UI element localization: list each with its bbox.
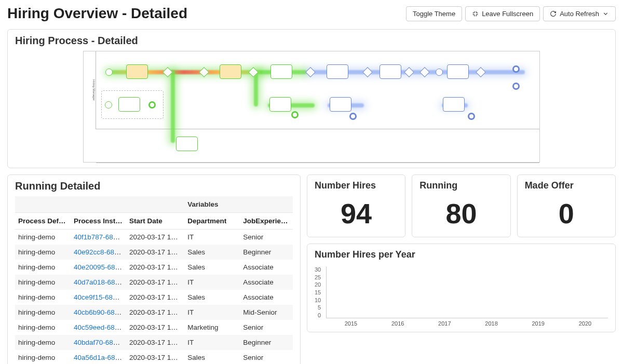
- running-table-title: Running Detailed: [15, 180, 293, 192]
- cell-dept: IT: [184, 230, 240, 245]
- cell-start: 2020-03-17 10:…: [126, 350, 184, 364]
- col-dept[interactable]: Department: [184, 213, 240, 230]
- bpmn-task: [176, 137, 198, 151]
- x-tick: 2019: [520, 320, 557, 327]
- table-row[interactable]: hiring-demo40ce9f15-6865-…2020-03-17 13:…: [15, 290, 293, 305]
- header-actions: Toggle Theme Leave Fullscreen Auto Refre…: [406, 6, 616, 21]
- bpmn-task: [443, 97, 465, 112]
- cell-exp: Beginner: [240, 245, 293, 260]
- cell-instance[interactable]: 40bdaf70-6865-…: [71, 335, 126, 350]
- cell-instance[interactable]: 40ce9f15-6865-…: [71, 290, 126, 305]
- table-group-row: Variables: [15, 196, 293, 213]
- hires-bar-chart: 302520151050: [315, 262, 608, 318]
- auto-refresh-button[interactable]: Auto Refresh: [543, 6, 616, 21]
- chart-y-axis: 302520151050: [315, 266, 323, 318]
- bpmn-task: [330, 97, 351, 112]
- bpmn-diagram[interactable]: Hiring Manager: [83, 51, 540, 163]
- table-row[interactable]: hiring-demo40e92cc8-6865-…2020-03-17 15:…: [15, 245, 293, 260]
- cell-exp: Associate: [240, 260, 293, 275]
- cell-dept: Marketing: [184, 320, 240, 335]
- cell-instance[interactable]: 40c59eed-6865-…: [71, 320, 126, 335]
- col-exp[interactable]: JobExperience: [240, 213, 293, 230]
- chart-x-axis: 201520162017201820192020: [315, 318, 608, 327]
- y-tick: 15: [315, 289, 321, 295]
- cell-defkey: hiring-demo: [15, 335, 71, 350]
- cell-dept: IT: [184, 305, 240, 320]
- cell-start: 2020-03-17 12:…: [126, 305, 184, 320]
- y-tick: 0: [315, 312, 321, 318]
- cell-exp: Senior: [240, 230, 293, 245]
- kpi-running-label: Running: [419, 180, 503, 191]
- table-row[interactable]: hiring-demo40e20095-6865…2020-03-17 14:……: [15, 260, 293, 275]
- running-table-panel: Running Detailed Variables Process Defin…: [7, 174, 301, 364]
- cell-defkey: hiring-demo: [15, 245, 71, 260]
- table-row[interactable]: hiring-demo40d7a018-6865…2020-03-17 14:……: [15, 275, 293, 290]
- cell-instance[interactable]: 40cb6b90-6865-…: [71, 305, 126, 320]
- cell-start: 2020-03-17 15:…: [126, 245, 184, 260]
- cell-exp: Senior: [240, 350, 293, 364]
- cell-dept: IT: [184, 275, 240, 290]
- y-tick: 25: [315, 274, 321, 280]
- cell-instance[interactable]: 40a56d1a-6865-…: [71, 350, 126, 364]
- x-tick: 2018: [472, 320, 510, 327]
- group-header-variables: Variables: [184, 196, 293, 213]
- bpmn-task: [327, 64, 348, 79]
- toggle-theme-button[interactable]: Toggle Theme: [406, 6, 462, 21]
- table-row[interactable]: hiring-demo40f1b787-6865-…2020-03-17 16:…: [15, 230, 293, 245]
- bpmn-task: [269, 97, 291, 112]
- cell-exp: Associate: [240, 275, 293, 290]
- hires-per-year-panel: Number Hires per Year 302520151050 20152…: [307, 244, 616, 332]
- cell-instance[interactable]: 40f1b787-6865-…: [71, 230, 126, 245]
- cell-start: 2020-03-17 14:…: [126, 260, 184, 275]
- col-defkey[interactable]: Process Definiti…: [15, 213, 71, 230]
- cell-dept: Sales: [184, 245, 240, 260]
- cell-instance[interactable]: 40e20095-6865…: [71, 260, 126, 275]
- cell-instance[interactable]: 40d7a018-6865…: [71, 275, 126, 290]
- chevron-down-icon: [602, 10, 609, 17]
- cell-defkey: hiring-demo: [15, 290, 71, 305]
- kpi-hires-value: 94: [315, 193, 398, 232]
- bpmn-end-event: [349, 113, 357, 120]
- col-instance[interactable]: Process Instanc…: [71, 213, 126, 230]
- table-row[interactable]: hiring-demo40a56d1a-6865-…2020-03-17 10:…: [15, 350, 293, 364]
- bpmn-task: [126, 64, 148, 79]
- fullscreen-exit-icon: [472, 10, 479, 17]
- cell-defkey: hiring-demo: [15, 305, 71, 320]
- y-tick: 30: [315, 266, 321, 273]
- bpmn-task: [380, 64, 401, 79]
- x-tick: 2015: [332, 320, 370, 327]
- leave-fullscreen-button[interactable]: Leave Fullscreen: [465, 6, 540, 21]
- table-row[interactable]: hiring-demo40c59eed-6865-…2020-03-17 11:…: [15, 320, 293, 335]
- refresh-icon: [550, 10, 557, 17]
- cell-defkey: hiring-demo: [15, 230, 71, 245]
- bpmn-task: [447, 64, 469, 79]
- process-diagram-panel: Hiring Process - Detailed Hiring Manager: [7, 29, 616, 168]
- cell-dept: Sales: [184, 290, 240, 305]
- cell-start: 2020-03-17 11:…: [126, 320, 184, 335]
- cell-exp: Senior: [240, 320, 293, 335]
- cell-start: 2020-03-17 16:…: [126, 230, 184, 245]
- table-row[interactable]: hiring-demo40cb6b90-6865-…2020-03-17 12:…: [15, 305, 293, 320]
- cell-defkey: hiring-demo: [15, 350, 71, 364]
- cell-start: 2020-03-17 10:…: [126, 335, 184, 350]
- bpmn-end-event: [468, 113, 475, 120]
- bpmn-end-event: [512, 65, 520, 73]
- cell-exp: Beginner: [240, 335, 293, 350]
- table-row[interactable]: hiring-demo40bdaf70-6865-…2020-03-17 10:…: [15, 335, 293, 350]
- bpmn-event: [436, 69, 443, 76]
- kpi-offer-label: Made Offer: [525, 180, 608, 191]
- cell-instance[interactable]: 40e92cc8-6865-…: [71, 245, 126, 260]
- kpi-running-value: 80: [419, 193, 503, 232]
- bpmn-end-event: [512, 83, 520, 90]
- x-tick: 2020: [566, 320, 604, 327]
- cell-exp: Mid-Senior: [240, 305, 293, 320]
- cell-start: 2020-03-17 14:…: [126, 275, 184, 290]
- process-diagram-title: Hiring Process - Detailed: [15, 35, 608, 47]
- page-title: Hiring Overview - Detailed: [7, 5, 187, 22]
- kpi-offer: Made Offer 0: [517, 174, 616, 237]
- col-start[interactable]: Start Date: [126, 213, 184, 230]
- cell-defkey: hiring-demo: [15, 275, 71, 290]
- cell-start: 2020-03-17 13:…: [126, 290, 184, 305]
- y-tick: 20: [315, 281, 321, 288]
- leave-fullscreen-label: Leave Fullscreen: [482, 10, 533, 18]
